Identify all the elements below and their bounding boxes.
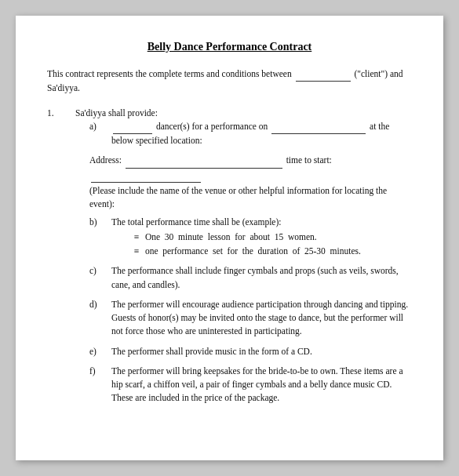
example-row-2-text: one performance set for the duration of … — [143, 244, 361, 258]
intro-text: This contract represents the complete te… — [47, 69, 292, 78]
time-label: time to start: — [286, 155, 332, 165]
section-1-content: Sa'diyya shall provide: a) dancer(s) for… — [75, 107, 412, 412]
item-d-content: The performer will encourage audience pa… — [111, 298, 412, 339]
item-c-content: The performance shall include finger cym… — [111, 264, 412, 292]
item-a-label: a) — [89, 120, 111, 148]
item-b-label: b) — [89, 216, 111, 258]
section-1-number: 1. — [47, 107, 75, 412]
intro-paragraph: This contract represents the complete te… — [47, 67, 412, 96]
list-item: d) The performer will encourage audience… — [89, 298, 412, 339]
item-e-content: The performer shall provide music in the… — [111, 345, 412, 358]
sub-items-list: a) dancer(s) for a performance on at the… — [89, 120, 412, 405]
document-container: Belly Dance Performance Contract This co… — [16, 16, 443, 460]
document-title: Belly Dance Performance Contract — [47, 41, 412, 53]
example-block: ≡ One 30 minute lesson for about 15 wome… — [130, 230, 412, 259]
venue-note: (Please include the name of the venue or… — [89, 184, 412, 212]
address-label: Address: — [89, 155, 124, 165]
example-row-2: ≡ one performance set for the duration o… — [130, 244, 412, 258]
item-a-content: dancer(s) for a performance on at the be… — [111, 120, 412, 148]
address-blank — [126, 154, 282, 168]
list-item: a) dancer(s) for a performance on at the… — [89, 120, 412, 148]
item-e-label: e) — [89, 345, 111, 358]
date-blank — [271, 120, 366, 134]
item-d-label: d) — [89, 298, 111, 339]
item-c-label: c) — [89, 264, 111, 292]
list-item: Address: time to start: (Please include … — [89, 154, 412, 211]
item-a-text1: dancer(s) for a performance on — [156, 122, 270, 131]
item-f-content: The performer will bring keepsakes for t… — [111, 365, 412, 405]
list-item: b) The total performance time shall be (… — [89, 216, 412, 258]
list-item: c) The performance shall include finger … — [89, 264, 412, 292]
dash-icon-2: ≡ — [130, 244, 143, 258]
item-f-label: f) — [89, 365, 111, 405]
address-line: Address: time to start: — [89, 154, 412, 183]
section-1: 1. Sa'diyya shall provide: a) dancer(s) … — [47, 107, 412, 412]
document-body: This contract represents the complete te… — [47, 67, 412, 412]
item-b-text: The total performance time shall be (exa… — [111, 216, 412, 229]
dash-icon-1: ≡ — [130, 230, 143, 244]
item-b-content: The total performance time shall be (exa… — [111, 216, 412, 258]
list-item: e) The performer shall provide music in … — [89, 345, 412, 358]
dancers-blank — [113, 120, 152, 134]
example-row-1-text: One 30 minute lesson for about 15 women. — [143, 230, 317, 244]
client-name-blank — [296, 67, 351, 82]
list-item: f) The performer will bring keepsakes fo… — [89, 365, 412, 405]
example-row-1: ≡ One 30 minute lesson for about 15 wome… — [130, 230, 412, 244]
section-1-title: Sa'diyya shall provide: — [75, 107, 412, 120]
time-blank — [91, 169, 201, 183]
